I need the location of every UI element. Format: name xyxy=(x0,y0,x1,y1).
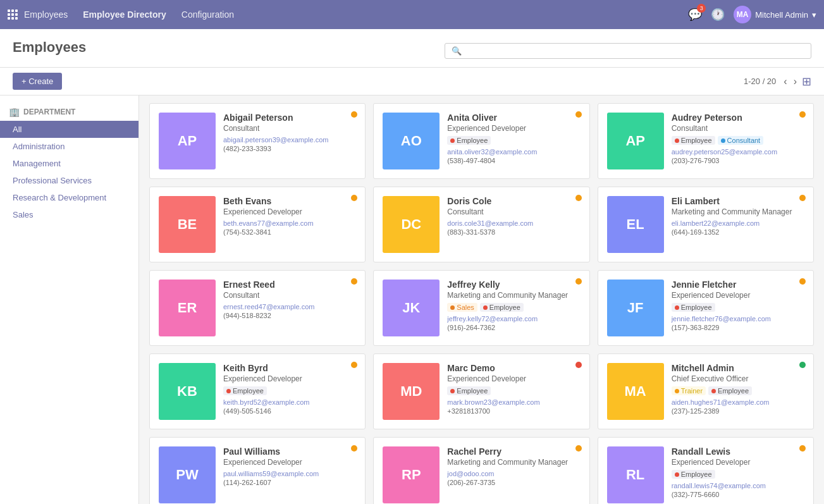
employee-card[interactable]: RL Randall Lewis Experienced Developer E… xyxy=(598,437,814,504)
nav-employee-directory[interactable]: Employee Directory xyxy=(83,9,166,20)
employee-phone: (237)-125-2389 xyxy=(672,407,804,415)
employee-phone: (157)-363-8229 xyxy=(672,324,804,331)
sidebar-item-management[interactable]: Management xyxy=(0,155,138,172)
grid-view-button[interactable]: ⊞ xyxy=(802,75,811,89)
next-page-button[interactable]: › xyxy=(792,76,798,87)
employee-phone: (538)-497-4804 xyxy=(447,157,580,164)
employee-info: Anita Oliver Experienced Developer Emplo… xyxy=(447,113,580,169)
create-button[interactable]: + Create xyxy=(13,73,62,90)
employee-job-title: Experienced Developer xyxy=(447,374,580,383)
sidebar-item-administration[interactable]: Administration xyxy=(0,138,138,155)
employee-card[interactable]: MA Mitchell Admin Chief Executive Office… xyxy=(598,353,814,429)
nav-configuration[interactable]: Configuration xyxy=(181,9,234,20)
tag-trainer: Trainer xyxy=(672,386,706,395)
employee-job-title: Experienced Developer xyxy=(223,374,356,383)
employee-info: Abigail Peterson Consultant abigail.pete… xyxy=(223,113,356,169)
tag-consultant: Consultant xyxy=(718,136,764,145)
sidebar-item-research-development[interactable]: Research & Development xyxy=(0,189,138,206)
employee-photo: DC xyxy=(383,196,440,253)
status-dot xyxy=(799,111,806,118)
pagination: 1-20 / 20 ‹ › ⊞ xyxy=(744,75,811,89)
tag-employee: Employee xyxy=(447,136,491,145)
employee-phone: (114)-262-1607 xyxy=(223,479,356,486)
employee-phone: +3281813700 xyxy=(447,407,580,415)
employee-job-title: Chief Executive Officer xyxy=(672,374,804,383)
employee-name: Keith Byrd xyxy=(223,363,356,373)
employee-card[interactable]: JF Jennie Fletcher Experienced Developer… xyxy=(598,270,814,346)
status-dot xyxy=(575,111,582,118)
employee-card[interactable]: PW Paul Williams Experienced Developer p… xyxy=(149,437,366,504)
employee-email: jennie.fletcher76@example.com xyxy=(672,315,804,323)
employee-card[interactable]: JK Jeffrey Kelly Marketing and Community… xyxy=(373,270,589,346)
employee-job-title: Consultant xyxy=(223,124,356,133)
employee-info: Marc Demo Experienced Developer Employee… xyxy=(447,363,580,420)
employee-email: paul.williams59@example.com xyxy=(223,470,356,477)
employee-card[interactable]: EL Eli Lambert Marketing and Community M… xyxy=(598,187,814,262)
employee-photo: BE xyxy=(159,196,216,253)
employee-photo: RP xyxy=(383,446,440,503)
sidebar-item-all[interactable]: All xyxy=(0,121,138,138)
employee-grid: AP Abigail Peterson Consultant abigail.p… xyxy=(139,95,824,504)
search-input[interactable] xyxy=(464,46,804,56)
pagination-info: 1-20 / 20 xyxy=(744,77,776,86)
employee-job-title: Marketing and Community Manager xyxy=(447,458,580,467)
employee-photo: AP xyxy=(607,113,664,169)
employee-photo: AO xyxy=(383,113,440,169)
clock-icon[interactable]: 🕐 xyxy=(711,8,725,22)
department-icon: 🏢 xyxy=(9,107,20,117)
tag-employee: Employee xyxy=(447,386,491,395)
employee-card[interactable]: AP Audrey Peterson Consultant EmployeeCo… xyxy=(598,103,814,179)
topnav: Employees Employee Directory Configurati… xyxy=(0,0,824,29)
employee-tags: Employee xyxy=(672,470,804,479)
chat-icon[interactable]: 💬 3 xyxy=(688,8,702,22)
employee-photo: MD xyxy=(383,363,440,420)
employee-job-title: Consultant xyxy=(672,124,804,133)
employee-card[interactable]: DC Doris Cole Consultant doris.cole31@ex… xyxy=(373,187,589,262)
tag-employee: Employee xyxy=(672,470,715,479)
employee-tags: Employee xyxy=(672,303,804,312)
employee-card[interactable]: BE Beth Evans Experienced Developer beth… xyxy=(149,187,366,262)
nav-employees[interactable]: Employees xyxy=(24,9,68,20)
employee-email: jeffrey.kelly72@example.com xyxy=(447,315,580,323)
employee-photo: ER xyxy=(159,280,216,336)
employee-card[interactable]: AP Abigail Peterson Consultant abigail.p… xyxy=(149,103,366,179)
employee-info: Rachel Perry Marketing and Community Man… xyxy=(447,446,580,503)
employee-email: jod@odoo.com xyxy=(447,470,580,477)
status-dot xyxy=(575,362,582,368)
employee-name: Anita Oliver xyxy=(447,113,580,123)
employee-info: Jeffrey Kelly Marketing and Community Ma… xyxy=(447,280,580,336)
employee-info: Randall Lewis Experienced Developer Empl… xyxy=(672,446,804,503)
employee-info: Doris Cole Consultant doris.cole31@examp… xyxy=(447,196,580,253)
employee-email: doris.cole31@example.com xyxy=(447,219,580,227)
employee-job-title: Marketing and Community Manager xyxy=(672,207,804,216)
employee-card[interactable]: RP Rachel Perry Marketing and Community … xyxy=(373,437,589,504)
sidebar-item-professional-services[interactable]: Professional Services xyxy=(0,172,138,189)
user-name: Mitchell Admin xyxy=(755,10,808,20)
employee-tags: Employee xyxy=(223,386,356,395)
employee-photo: JK xyxy=(383,280,440,336)
user-dropdown-icon: ▾ xyxy=(812,10,816,20)
employee-phone: (883)-331-5378 xyxy=(447,228,580,236)
apps-grid-icon[interactable] xyxy=(8,11,14,18)
user-avatar: MA xyxy=(734,6,751,23)
employee-card[interactable]: MD Marc Demo Experienced Developer Emplo… xyxy=(373,353,589,429)
employee-info: Audrey Peterson Consultant EmployeeConsu… xyxy=(672,113,804,169)
employee-job-title: Experienced Developer xyxy=(672,458,804,467)
employee-info: Eli Lambert Marketing and Community Mana… xyxy=(672,196,804,253)
employee-card[interactable]: AO Anita Oliver Experienced Developer Em… xyxy=(373,103,589,179)
employee-card[interactable]: KB Keith Byrd Experienced Developer Empl… xyxy=(149,353,366,429)
sidebar: 🏢 DEPARTMENT All Administration Manageme… xyxy=(0,95,139,504)
employee-card[interactable]: ER Ernest Reed Consultant ernest.reed47@… xyxy=(149,270,366,346)
employee-email: mark.brown23@example.com xyxy=(447,398,580,406)
tag-employee: Employee xyxy=(672,136,715,145)
sidebar-item-sales[interactable]: Sales xyxy=(0,206,138,223)
employee-photo: PW xyxy=(159,446,216,503)
tag-employee: Employee xyxy=(708,386,752,395)
employee-info: Jennie Fletcher Experienced Developer Em… xyxy=(672,280,804,336)
status-dot xyxy=(351,362,357,368)
employee-name: Mitchell Admin xyxy=(672,363,804,373)
employee-tags: Employee xyxy=(447,136,580,145)
user-menu[interactable]: MA Mitchell Admin ▾ xyxy=(734,6,816,23)
prev-page-button[interactable]: ‹ xyxy=(782,76,788,87)
employee-phone: (482)-233-3393 xyxy=(223,145,356,152)
